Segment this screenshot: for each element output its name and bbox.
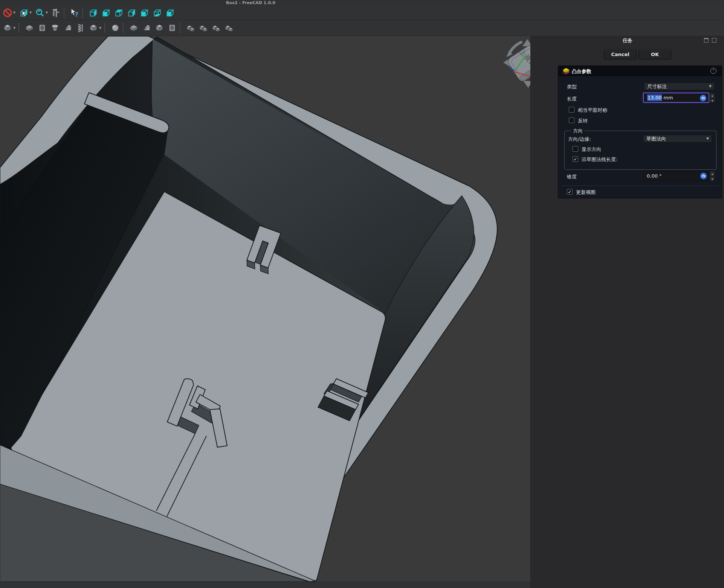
reversed-checkbox[interactable] <box>569 117 574 123</box>
create-body-dropdown-icon[interactable]: ▼ <box>13 26 17 30</box>
toolbar-separator <box>18 23 22 33</box>
taper-stepper[interactable]: ▲▼ <box>709 171 715 181</box>
window-title: Box2 - FreeCAD 1.0.0 <box>226 0 275 6</box>
toolbar-view: ▼ ▼▼? <box>0 6 724 20</box>
3d-scene: 上視圖 <box>0 36 530 582</box>
view-bottom-icon[interactable] <box>151 7 163 18</box>
direction-value: 草图法向 <box>646 136 666 142</box>
toolbar-separator <box>123 23 126 33</box>
view-right-icon[interactable] <box>126 7 137 18</box>
view-rear-icon[interactable] <box>139 7 150 18</box>
fillet-icon[interactable] <box>110 22 121 34</box>
collapse-chevron-icon[interactable]: ⌃ <box>710 68 716 74</box>
pad-parameters-box: 凸台参数 ⌃ 类型 尺寸标注 ▼ 长度 13.00 mm fx ▲▼ 相当平面对… <box>558 66 722 198</box>
length-input[interactable]: 13.00 mm fx <box>643 93 709 103</box>
create-body-icon[interactable] <box>2 22 13 34</box>
navigation-style-dropdown-icon[interactable]: ▼ <box>29 11 33 14</box>
expression-fx-icon[interactable]: fx <box>700 173 707 179</box>
boolean-intersect-icon[interactable] <box>211 22 222 34</box>
pad-parameters-title: 凸台参数 <box>572 68 591 75</box>
ok-button[interactable]: OK <box>638 50 671 59</box>
length-stepper[interactable]: ▲▼ <box>709 93 715 103</box>
additive-pipe-icon[interactable] <box>75 22 86 34</box>
direction-group-label: 方向 <box>571 128 585 134</box>
taper-value: 0.00 ° <box>647 173 662 179</box>
svg-text:?: ? <box>75 11 78 17</box>
reversed-label: 反转 <box>578 117 588 124</box>
pad-parameters-header[interactable]: 凸台参数 ⌃ <box>558 66 722 76</box>
zoom-tools-dropdown-icon[interactable]: ▼ <box>46 11 49 14</box>
task-panel-title: 任务 <box>531 37 724 44</box>
toolbar-separator <box>180 23 183 33</box>
length-value-selected: 13.00 <box>647 94 662 101</box>
view-top-icon[interactable] <box>113 7 124 18</box>
boolean-union-icon[interactable] <box>185 22 196 34</box>
pocket-icon[interactable] <box>37 22 48 34</box>
length-unit: mm <box>662 95 673 101</box>
abort-operation-icon[interactable] <box>2 7 13 18</box>
panel-close-icon[interactable] <box>712 38 716 43</box>
toolbar-separator <box>64 8 67 18</box>
view-left-icon[interactable] <box>164 7 176 18</box>
nav-cube-body[interactable] <box>507 44 530 83</box>
boolean-xor-icon[interactable] <box>223 22 235 34</box>
type-combobox[interactable]: 尺寸标注 ▼ <box>644 82 715 90</box>
pad-icon[interactable] <box>24 22 35 34</box>
zoom-tools-icon[interactable] <box>34 7 46 18</box>
boolean-cut-icon[interactable] <box>198 22 209 34</box>
measure-icon[interactable] <box>50 7 62 18</box>
whats-this-icon[interactable]: ? <box>69 7 80 18</box>
nav-arrow-down[interactable] <box>523 81 530 88</box>
type-value: 尺寸标注 <box>647 84 667 89</box>
toolbar-separator <box>104 23 108 33</box>
nav-arrow-up[interactable] <box>522 39 530 46</box>
along-normal-checkbox[interactable]: ✓ <box>573 156 578 162</box>
toolbar-separator <box>82 8 86 18</box>
show-direction-label: 显示方向 <box>582 146 601 153</box>
cancel-button[interactable]: Cancel <box>604 50 637 59</box>
revolution-icon[interactable] <box>49 22 61 34</box>
additive-wedge-icon[interactable] <box>141 22 152 34</box>
view-front-icon[interactable] <box>100 7 112 18</box>
update-view-label: 更新视图 <box>576 189 596 196</box>
3d-viewport[interactable]: 上視圖 <box>0 36 530 582</box>
taper-input[interactable]: 0.00 ° fx <box>643 171 709 181</box>
navigation-cube[interactable]: 上視圖 <box>503 39 530 88</box>
expression-fx-icon[interactable]: fx <box>700 95 706 101</box>
show-direction-checkbox[interactable] <box>573 146 578 152</box>
taper-label: 锥度 <box>567 174 577 180</box>
additive-cylinder-icon[interactable] <box>166 22 178 34</box>
chevron-down-icon: ▼ <box>706 135 709 142</box>
panel-float-icon[interactable] <box>704 38 709 43</box>
pad-icon <box>562 68 570 74</box>
length-label: 长度 <box>567 96 577 102</box>
additive-prism-icon[interactable] <box>154 22 165 34</box>
abort-operation-dropdown-icon[interactable]: ▼ <box>13 11 17 14</box>
symmetric-label: 相当平面对称 <box>578 107 607 114</box>
along-normal-label: 沿草图法线长度: <box>582 156 617 163</box>
view-isometric-icon[interactable] <box>87 7 99 18</box>
symmetric-checkbox[interactable] <box>569 107 574 113</box>
toolbar-partdesign: ▼▼ <box>0 20 724 36</box>
direction-edge-label: 方向/边缘: <box>568 136 591 143</box>
type-label: 类型 <box>567 84 577 90</box>
groove-icon[interactable] <box>62 22 73 34</box>
status-bar <box>0 582 530 588</box>
additive-box-icon[interactable] <box>128 22 139 34</box>
update-view-checkbox[interactable]: ✓ <box>567 189 573 195</box>
primitive-dropdown-icon[interactable]: ▼ <box>99 26 103 30</box>
task-panel: 任务 Cancel OK 凸台参数 ⌃ 类型 尺寸标注 ▼ 长度 13.00 m… <box>530 36 724 588</box>
chevron-down-icon: ▼ <box>709 83 712 90</box>
title-bar: Box2 - FreeCAD 1.0.0 <box>0 0 724 6</box>
direction-combobox[interactable]: 草图法向 ▼ <box>643 135 712 143</box>
primitive-icon[interactable] <box>88 22 99 34</box>
separator <box>561 186 719 186</box>
navigation-style-icon[interactable] <box>18 7 29 18</box>
